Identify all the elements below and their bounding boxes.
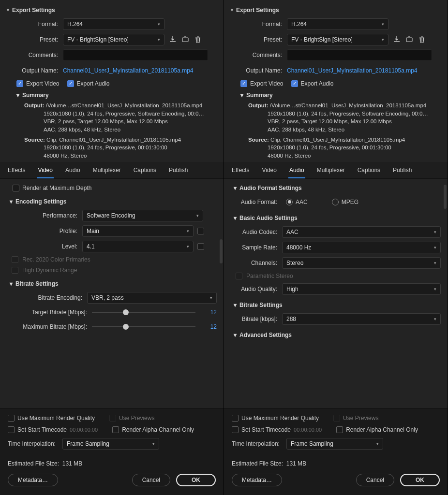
ok-button[interactable]: OK: [176, 474, 216, 486]
max-bitrate-slider[interactable]: [92, 322, 195, 332]
audio-format-aac-radio[interactable]: AAC: [286, 199, 308, 205]
profile-dropdown[interactable]: Main▾: [82, 225, 194, 237]
chevron-down-icon: ▾: [434, 317, 436, 321]
tab-captions[interactable]: Captions: [357, 167, 381, 178]
output-name-link[interactable]: Channel01_UserJ_MyInstallation_20181105a…: [63, 67, 194, 74]
render-alpha-checkbox[interactable]: [112, 426, 119, 433]
basic-audio-settings-header[interactable]: ▾Basic Audio Settings: [234, 215, 441, 221]
sample-rate-dropdown[interactable]: 48000 Hz▾: [282, 242, 441, 253]
tab-audio[interactable]: Audio: [64, 167, 81, 178]
parametric-stereo-checkbox: [236, 273, 242, 279]
format-dropdown[interactable]: H.264▾: [287, 18, 388, 30]
level-dropdown[interactable]: 4.1▾: [82, 241, 194, 252]
cancel-button[interactable]: Cancel: [356, 474, 394, 486]
export-settings-header[interactable]: ▾ Export Settings: [231, 7, 441, 14]
metadata-button[interactable]: Metadata…: [232, 474, 282, 486]
audio-quality-dropdown[interactable]: High▾: [282, 283, 441, 295]
target-bitrate-value[interactable]: 12: [195, 309, 217, 316]
export-audio-checkbox[interactable]: [67, 80, 74, 87]
max-render-quality-checkbox[interactable]: [232, 415, 239, 422]
import-preset-icon[interactable]: [181, 35, 190, 44]
comments-input[interactable]: [63, 49, 208, 61]
format-label: Format:: [7, 21, 63, 28]
tab-multiplexer[interactable]: Multiplexer: [92, 167, 122, 178]
scrollbar[interactable]: [220, 239, 223, 263]
save-preset-icon[interactable]: [168, 35, 177, 44]
tab-captions[interactable]: Captions: [133, 167, 157, 178]
export-settings-header[interactable]: ▾ Export Settings: [7, 7, 217, 14]
max-render-quality-checkbox[interactable]: [8, 415, 15, 422]
profile-label: Profile:: [10, 228, 82, 234]
use-previews-checkbox: [333, 415, 340, 422]
bitrate-settings-header[interactable]: ▾Bitrate Settings: [10, 280, 217, 287]
save-preset-icon[interactable]: [392, 35, 401, 44]
metadata-button[interactable]: Metadata…: [8, 474, 58, 486]
use-previews-label: Use Previews: [343, 415, 378, 422]
render-max-depth-checkbox[interactable]: [13, 185, 19, 191]
time-interpolation-dropdown[interactable]: Frame Sampling▾: [62, 438, 159, 450]
level-aux-checkbox[interactable]: [197, 243, 204, 250]
est-file-size-value: 131 MB: [62, 460, 82, 467]
channels-dropdown[interactable]: Stereo▾: [282, 257, 441, 269]
rec2020-checkbox: [12, 256, 18, 263]
audio-format-settings-header[interactable]: ▾Audio Format Settings: [234, 185, 441, 191]
import-preset-icon[interactable]: [405, 35, 414, 44]
advanced-settings-header[interactable]: ▾Advanced Settings: [234, 332, 441, 338]
delete-preset-icon[interactable]: [194, 35, 202, 44]
export-audio-checkbox[interactable]: [291, 80, 298, 87]
render-alpha-checkbox[interactable]: [336, 426, 343, 433]
preset-dropdown[interactable]: FV - BrightSign [Stereo]▾: [63, 34, 164, 45]
audio-format-mpeg-radio[interactable]: MPEG: [332, 199, 358, 205]
output-name-link[interactable]: Channel01_UserJ_MyInstallation_20181105a…: [287, 67, 418, 74]
preset-dropdown[interactable]: FV - BrightSign [Stereo]▾: [287, 34, 388, 45]
chevron-down-icon: ▾: [434, 261, 436, 265]
encoding-settings-title: Encoding Settings: [15, 198, 66, 205]
summary-header[interactable]: ▾Summary: [240, 92, 441, 99]
bitrate-encoding-dropdown[interactable]: VBR, 2 pass▾: [87, 292, 217, 304]
tab-publish[interactable]: Publish: [168, 167, 189, 178]
chevron-down-icon: ▾: [434, 230, 436, 234]
tab-effects[interactable]: Effects: [231, 167, 250, 178]
chevron-down-icon: ▾: [187, 244, 189, 249]
scrollbar[interactable]: [444, 185, 447, 209]
set-start-timecode-label: Set Start Timecode: [241, 426, 291, 433]
chevron-down-icon: ▾: [376, 441, 379, 446]
radio-icon: [286, 199, 293, 205]
export-video-checkbox[interactable]: [240, 80, 247, 87]
chevron-down-icon: ▾: [196, 213, 199, 218]
right-panel: ▾ Export Settings Format: H.264▾ Preset:…: [224, 0, 448, 495]
delete-preset-icon[interactable]: [418, 35, 426, 44]
tab-publish[interactable]: Publish: [392, 167, 413, 178]
chevron-down-icon: ▾: [382, 37, 384, 42]
export-video-checkbox[interactable]: [16, 80, 23, 87]
bitrate-dropdown[interactable]: 288▾: [282, 313, 441, 325]
set-start-timecode-checkbox[interactable]: [232, 426, 239, 433]
max-bitrate-value[interactable]: 12: [195, 323, 217, 330]
radio-icon: [332, 199, 339, 205]
tab-video[interactable]: Video: [37, 167, 53, 178]
hdr-label: High Dynamic Range: [22, 267, 77, 274]
tab-bar: Effects Video Audio Multiplexer Captions…: [224, 162, 448, 179]
tab-audio[interactable]: Audio: [288, 167, 305, 178]
cancel-button[interactable]: Cancel: [132, 474, 170, 486]
audio-codec-dropdown[interactable]: AAC▾: [282, 226, 441, 238]
set-start-timecode-checkbox[interactable]: [8, 426, 15, 433]
tab-multiplexer[interactable]: Multiplexer: [316, 167, 346, 178]
encoding-settings-header[interactable]: ▾Encoding Settings: [10, 198, 217, 205]
time-interpolation-dropdown[interactable]: Frame Sampling▾: [286, 438, 383, 450]
max-bitrate-label: Maximum Bitrate [Mbps]:: [10, 323, 92, 330]
format-dropdown[interactable]: H.264▾: [63, 18, 164, 30]
comments-input[interactable]: [287, 49, 432, 61]
bitrate-settings-header[interactable]: ▾Bitrate Settings: [234, 302, 441, 308]
preset-label: Preset:: [231, 36, 287, 43]
profile-aux-checkbox[interactable]: [197, 228, 204, 234]
basic-audio-settings-title: Basic Audio Settings: [239, 215, 298, 221]
tab-video[interactable]: Video: [261, 167, 277, 178]
tab-effects[interactable]: Effects: [7, 167, 26, 178]
chevron-down-icon: ▾: [158, 37, 160, 42]
summary-header[interactable]: ▾Summary: [16, 92, 217, 99]
performance-dropdown[interactable]: Software Encoding▾: [82, 210, 203, 221]
ok-button[interactable]: OK: [400, 474, 440, 486]
target-bitrate-slider[interactable]: [92, 307, 195, 317]
chevron-down-icon: ▾: [231, 7, 233, 13]
